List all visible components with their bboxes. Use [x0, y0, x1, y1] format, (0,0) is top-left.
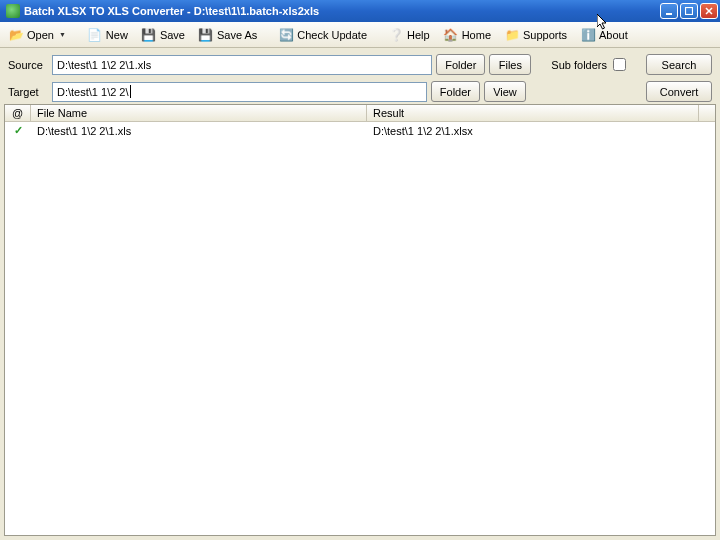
cell-filename: D:\test\1 1\2 2\1.xls	[31, 125, 367, 137]
col-filename[interactable]: File Name	[31, 105, 367, 121]
window-title: Batch XLSX TO XLS Converter - D:\test\1\…	[24, 5, 660, 17]
col-status[interactable]: @	[5, 105, 31, 121]
source-files-button[interactable]: Files	[489, 54, 531, 75]
home-button[interactable]: 🏠 Home	[439, 24, 498, 46]
save-button[interactable]: 💾 Save	[137, 24, 192, 46]
help-button[interactable]: ❔ Help	[384, 24, 437, 46]
col-result[interactable]: Result	[367, 105, 699, 121]
save-label: Save	[160, 29, 185, 41]
about-label: About	[599, 29, 628, 41]
list-body[interactable]: ✓ D:\test\1 1\2 2\1.xls D:\test\1 1\2 2\…	[5, 122, 715, 139]
text-caret	[130, 85, 131, 98]
chevron-down-icon: ▼	[59, 31, 66, 38]
about-button[interactable]: ℹ️ About	[576, 24, 635, 46]
folder-open-icon: 📂	[8, 27, 24, 43]
cell-result: D:\test\1 1\2 2\1.xlsx	[367, 125, 715, 137]
new-button[interactable]: 📄 New	[83, 24, 135, 46]
new-file-icon: 📄	[87, 27, 103, 43]
supports-button[interactable]: 📁 Supports	[500, 24, 574, 46]
source-folder-button[interactable]: Folder	[436, 54, 485, 75]
save-as-button[interactable]: 💾 Save As	[194, 24, 264, 46]
help-icon: ❔	[388, 27, 404, 43]
subfolders-checkbox[interactable]	[613, 58, 626, 71]
svg-rect-0	[666, 13, 672, 15]
target-label: Target	[8, 86, 48, 98]
main-toolbar: 📂 Open ▼ 📄 New 💾 Save 💾 Save As 🔄 Check …	[0, 22, 720, 48]
titlebar[interactable]: Batch XLSX TO XLS Converter - D:\test\1\…	[0, 0, 720, 22]
list-header: @ File Name Result	[5, 105, 715, 122]
home-icon: 🏠	[443, 27, 459, 43]
target-input[interactable]: D:\test\1 1\2 2\	[52, 82, 427, 102]
close-button[interactable]	[700, 3, 718, 19]
home-label: Home	[462, 29, 491, 41]
maximize-button[interactable]	[680, 3, 698, 19]
path-form: Source Folder Files Sub folders Search T…	[0, 48, 720, 112]
source-input[interactable]	[52, 55, 432, 75]
target-folder-button[interactable]: Folder	[431, 81, 480, 102]
svg-rect-1	[686, 8, 693, 15]
supports-icon: 📁	[504, 27, 520, 43]
help-label: Help	[407, 29, 430, 41]
check-update-button[interactable]: 🔄 Check Update	[274, 24, 374, 46]
subfolders-label: Sub folders	[551, 59, 607, 71]
check-update-label: Check Update	[297, 29, 367, 41]
open-label: Open	[27, 29, 54, 41]
open-button[interactable]: 📂 Open ▼	[4, 24, 73, 46]
info-icon: ℹ️	[580, 27, 596, 43]
save-as-label: Save As	[217, 29, 257, 41]
app-icon	[6, 4, 20, 18]
search-button[interactable]: Search	[646, 54, 712, 75]
target-view-button[interactable]: View	[484, 81, 526, 102]
source-label: Source	[8, 59, 48, 71]
table-row[interactable]: ✓ D:\test\1 1\2 2\1.xls D:\test\1 1\2 2\…	[5, 122, 715, 139]
save-icon: 💾	[141, 27, 157, 43]
col-scroll-spacer	[699, 105, 715, 121]
supports-label: Supports	[523, 29, 567, 41]
status-check-icon: ✓	[5, 124, 31, 137]
new-label: New	[106, 29, 128, 41]
convert-button[interactable]: Convert	[646, 81, 712, 102]
file-list: @ File Name Result ✓ D:\test\1 1\2 2\1.x…	[4, 104, 716, 536]
save-as-icon: 💾	[198, 27, 214, 43]
minimize-button[interactable]	[660, 3, 678, 19]
update-icon: 🔄	[278, 27, 294, 43]
